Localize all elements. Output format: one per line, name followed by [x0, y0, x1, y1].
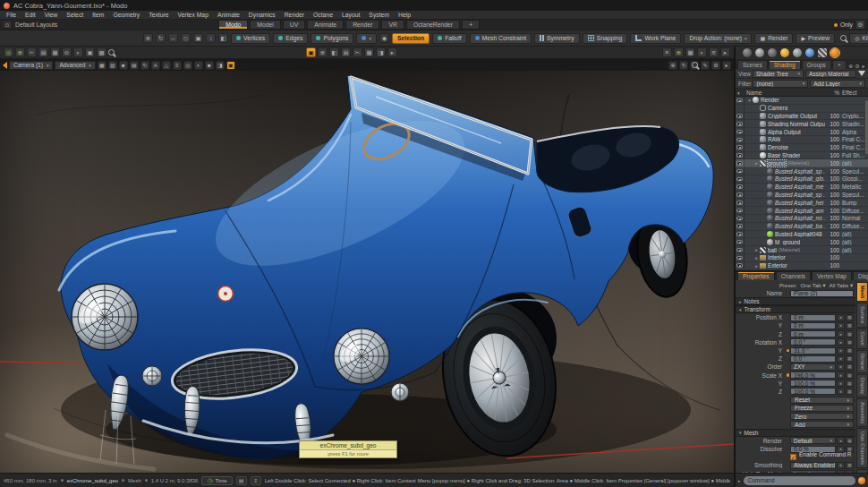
visibility-toggle[interactable] — [736, 144, 745, 151]
field-scale-x-input[interactable]: 196.0 % — [790, 372, 836, 379]
material-dropdown-button[interactable]: ▾ — [356, 33, 377, 44]
work-plane-button[interactable]: Work Plane — [630, 33, 681, 44]
shader-tree-row-render[interactable]: ▾Render — [736, 97, 868, 105]
zoom-icon[interactable] — [690, 61, 699, 70]
matcap-icon[interactable]: ◎ — [183, 61, 192, 70]
ground-plane-icon[interactable]: ≡ — [173, 61, 182, 70]
printer-icon[interactable]: ▤ — [236, 476, 247, 485]
field-rotation-x-input[interactable]: 0.0 ° — [790, 338, 836, 346]
notes-section-header[interactable]: ▸Notes — [736, 297, 855, 305]
snap-grid-icon[interactable]: ⊕ — [318, 47, 328, 57]
home-icon[interactable]: ⌂ — [3, 21, 12, 29]
side-tab-assembly[interactable]: Assembly — [856, 398, 868, 427]
side-tab-curve[interactable]: Curve — [856, 329, 868, 349]
visibility-toggle[interactable] — [736, 113, 745, 120]
paste-icon[interactable]: ▦ — [50, 47, 60, 57]
shader-tree-row-busted-asphalt-me[interactable]: Busted Asphalt_me ...100Metallic — [736, 184, 868, 192]
texture-icon[interactable]: ■ — [119, 61, 128, 70]
side-tab-mesh[interactable]: Mesh — [856, 282, 868, 302]
shader-tree-row-ground[interactable]: ▸ground(Material)100(all) — [736, 159, 868, 167]
shader-tree-row-busted-asphalt-sp[interactable]: Busted Asphalt_sp ...100Specul... — [736, 192, 868, 200]
time-toggle-button[interactable]: ◷ Time — [201, 476, 232, 485]
field-z-input[interactable]: 0.0 ° — [790, 355, 836, 363]
viewport-search-icon[interactable] — [108, 49, 115, 56]
filter-dropdown[interactable]: (none)▾ — [753, 80, 808, 88]
envelope-icon[interactable]: ▦ — [846, 372, 854, 379]
shader-tree-row-base-shader[interactable]: Base Shader100Full Sh... — [736, 152, 868, 160]
menu-octane[interactable]: Octane — [309, 12, 337, 18]
material-preset-icon[interactable] — [743, 48, 752, 57]
shader-tree-row-cryptomatte-output[interactable]: Cryptomatte Output100Crypto... — [736, 113, 868, 121]
material-preset-icon[interactable] — [805, 48, 814, 57]
auto-select-icon[interactable]: ⊕ — [143, 33, 153, 43]
channel-state-icon[interactable]: ● — [837, 322, 845, 329]
depth-icon[interactable]: ◨ — [216, 61, 225, 70]
mesh-constraint-button[interactable]: Mesh Constraint — [470, 33, 532, 44]
field-y-input[interactable]: 100.0 % — [790, 380, 836, 387]
wireframe-icon[interactable]: ▦ — [98, 61, 106, 70]
channel-state-icon[interactable]: ● — [837, 437, 845, 444]
shield-icon[interactable]: ◆ — [379, 33, 389, 43]
envelope-icon[interactable]: ▦ — [846, 355, 854, 363]
list-icon[interactable]: ≡ — [662, 47, 672, 57]
layout-tab-modo[interactable]: Modo — [218, 20, 248, 30]
more-icon[interactable]: ▸ — [387, 47, 397, 57]
envelope-icon[interactable]: ▦ — [846, 338, 854, 346]
layout-tab-uv[interactable]: UV — [283, 20, 305, 30]
preset-one-tab-dropdown[interactable]: One Tab ▾ — [801, 282, 826, 288]
camera-view-dropdown[interactable]: Camera (1)▾ — [9, 61, 53, 70]
menu-item[interactable]: Item — [88, 12, 108, 18]
visibility-toggle[interactable] — [736, 120, 745, 127]
checkbox-checked-icon[interactable]: ✓ — [790, 454, 796, 460]
workplane-align-icon[interactable]: ▣ — [306, 47, 316, 57]
edit-icon[interactable]: ✎ — [701, 61, 710, 70]
freeze-button[interactable]: Freeze▾ — [790, 405, 854, 412]
menu-vertex-map[interactable]: Vertex Map — [174, 12, 213, 18]
channel-state-icon[interactable]: ● — [837, 462, 845, 469]
command-run-icon[interactable] — [858, 477, 865, 484]
visibility-toggle[interactable] — [736, 254, 745, 261]
item-name-field[interactable]: Plane (2) — [790, 290, 854, 297]
rotate-view-icon[interactable]: ↻ — [140, 61, 149, 70]
text-overlay-icon[interactable]: A — [151, 61, 160, 70]
material-preset-icon[interactable] — [755, 48, 764, 57]
properties-tab-properties[interactable]: Properties — [737, 271, 775, 280]
visibility-toggle[interactable] — [736, 105, 745, 112]
assign-material-button[interactable]: Assign Material — [805, 70, 856, 78]
add-layout-tab-button[interactable]: + — [462, 20, 480, 30]
transform-section-header[interactable]: ▾Transform — [736, 305, 855, 313]
render-button[interactable]: ▦Render — [754, 33, 793, 44]
shading-mode-dropdown[interactable]: Advanced▾ — [55, 61, 95, 70]
move-tool-icon[interactable]: ↔ — [168, 33, 178, 43]
filter-funnel-icon[interactable] — [858, 71, 865, 76]
layout-tab-octanerender[interactable]: OctaneRender — [406, 20, 460, 30]
wave-icon[interactable]: ≋ — [709, 47, 719, 57]
channel-state-icon[interactable]: ● — [837, 363, 845, 371]
view-dropdown[interactable]: Shader Tree▾ — [753, 70, 804, 78]
shader-tree-row-raw[interactable]: RAW100Final C... — [736, 136, 868, 144]
shader-tree-row-ball[interactable]: ▸ball(Material)100(all) — [736, 246, 868, 254]
channel-state-icon[interactable]: ● — [837, 330, 845, 337]
field-y-input[interactable]: 31.0 ° — [790, 347, 836, 355]
mode-button-edges[interactable]: Edges — [273, 33, 308, 44]
menu-texture[interactable]: Texture — [144, 12, 173, 18]
3d-viewport[interactable]: Camera (1)▾ Advanced▾ ▦▧■▤↻A△≡◎◐■◨▣ ⊕↻✎⚙… — [0, 59, 734, 473]
field-smoothing-input[interactable]: Always Enabled▾ — [790, 462, 836, 469]
slice-icon[interactable]: ✂ — [353, 47, 362, 57]
reset-button[interactable]: Reset▾ — [790, 397, 854, 404]
default-layouts-label[interactable]: Default Layouts — [15, 21, 57, 28]
mode-button-vertices[interactable]: Vertices — [231, 33, 270, 44]
expand-icon[interactable]: ▸ — [722, 61, 731, 70]
expander-icon[interactable]: ▸ — [753, 263, 760, 269]
layout-tab-render[interactable]: Render — [345, 20, 379, 30]
properties-tab-channels[interactable]: Channels — [776, 271, 811, 280]
channel-state-icon[interactable]: ● — [837, 338, 845, 346]
material-preset-icon[interactable] — [793, 48, 802, 57]
shader-tree-row-busted-asphalt-hei[interactable]: Busted Asphalt_hei ...100Bump — [736, 199, 868, 207]
silhouette-icon[interactable]: ■ — [205, 61, 214, 70]
field-position-x-input[interactable]: 0 m — [790, 314, 836, 321]
menu-edit[interactable]: Edit — [21, 12, 40, 18]
falloff-tool-icon[interactable]: ◧ — [218, 33, 228, 43]
axis-icon[interactable]: ⊕ — [15, 47, 25, 57]
visibility-toggle[interactable] — [736, 159, 745, 167]
